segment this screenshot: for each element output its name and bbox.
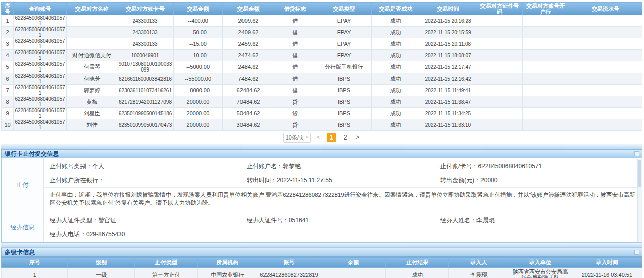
cell-query-account: 6228450068040610571 — [14, 85, 67, 96]
cell-counterparty-bank — [523, 61, 569, 73]
column-header: 交易对方账卡号 — [117, 3, 174, 15]
table-row[interactable]: 6 6228450068040610571 何晓芳 62166116000038… — [2, 73, 642, 85]
cell-transaction-type: 分行版手机银行 — [316, 61, 372, 73]
collapse-icon[interactable] — [634, 250, 639, 255]
field-label: 经办人证件号： — [247, 217, 289, 224]
field-officer-name: 经办人姓名：李晨琨 — [440, 216, 637, 225]
cell-debit-credit-flag: 借 — [274, 38, 316, 50]
cell-query-account: 6228450068040610571 — [14, 27, 67, 38]
prev-page-button[interactable]: < — [316, 134, 321, 141]
table-row[interactable]: 8 6228450068040610571 黄梅 621728194200112… — [2, 96, 642, 108]
cell-counterparty-cert-no — [476, 85, 523, 96]
cell-transaction-type: IBPS — [316, 85, 372, 96]
page-size-select[interactable]: 10条/页 ˅ — [283, 133, 311, 143]
cell-debit-credit-flag: 贷 — [274, 108, 316, 119]
cell-transaction-type: IBPS — [316, 119, 372, 131]
transaction-table: 序号查询账号交易对方名称交易对方账卡号交易金额交易余额借贷标志交易类型交易是否成… — [1, 2, 642, 131]
cell-counterparty-bank — [523, 38, 569, 50]
field-account-type: 止付账号类别：个人 — [50, 162, 247, 171]
side-label-officer: 经办信息 — [2, 212, 44, 242]
cell-operator: 李晨琨 — [449, 268, 509, 278]
cell-balance: 30484.62 — [223, 119, 274, 131]
column-header: 查询账号 — [14, 3, 67, 15]
section-header-stop-payment: 银行卡止付提交信息 — [1, 149, 642, 158]
column-header: 序号 — [2, 257, 68, 268]
column-header: 交易对方账号开户行 — [523, 3, 569, 15]
column-header: 录入单位 — [509, 257, 572, 268]
column-header: 交易金额 — [174, 3, 223, 15]
stop-payment-group: 止付 止付账号类别：个人 止付账户名：郭梦艳 止付账/卡号：6228450068… — [2, 158, 642, 212]
cell-counterparty-name — [67, 27, 117, 38]
table-row[interactable]: 7 6228450068040610571 郭梦婷 62303611010734… — [2, 85, 642, 96]
cell-counterparty-bank — [523, 15, 569, 27]
cell-counterparty-name: 黄梅 — [67, 96, 117, 108]
cell-counterparty-cert-no — [476, 108, 523, 119]
cell-transaction-type: IBPS — [316, 73, 372, 85]
cell-balance: 70484.62 — [223, 96, 274, 108]
table-row[interactable]: 2 6228450068040610571 243300133 --50.00 … — [2, 27, 642, 38]
cell-success: 成功 — [372, 96, 420, 108]
cell-balance — [320, 268, 386, 278]
cell-unit: 陕西省西安市公安局高新分局刑警大队 — [509, 268, 572, 278]
field-officer-phone: 经办人电话：029-86755430 — [50, 230, 247, 239]
cell-counterparty-bank — [523, 119, 569, 131]
cell-query-account: 6228450068040610571 — [14, 73, 67, 85]
stop-payment-panel: 银行卡止付提交信息 止付 止付账号类别：个人 止付账户名：郭梦艳 止付账/卡号：… — [1, 149, 642, 243]
cell-debit-credit-flag: 借 — [274, 73, 316, 85]
scrollbar[interactable] — [637, 159, 642, 242]
cell-serial-no — [569, 73, 642, 85]
cell-seq: 2 — [2, 27, 14, 38]
cell-transaction-time: 2022-11-15 11:34:25 — [420, 108, 476, 119]
page-button-1[interactable]: 1 — [327, 133, 336, 142]
table-row[interactable]: 1 一级 第三方止付 中国农业银行 6228412860827322819 成功… — [2, 268, 642, 278]
cell-serial-no — [569, 50, 642, 61]
cell-debit-credit-flag: 借 — [274, 85, 316, 96]
field-value: 6228450068040610571 — [478, 163, 542, 170]
cell-query-account: 6228450068040610571 — [14, 61, 67, 73]
column-header: 交易对方证件号码 — [476, 3, 523, 15]
column-header: 交易余额 — [223, 3, 274, 15]
cell-success: 成功 — [372, 50, 420, 61]
field-value: 个人 — [92, 163, 104, 170]
cell-balance: 50484.62 — [223, 108, 274, 119]
collapse-icon[interactable] — [634, 151, 639, 156]
table-row[interactable]: 9 6228450068040610571 刘星臣 62350109905001… — [2, 108, 642, 119]
table-row[interactable]: 5 6228450068040610571 何雪琴 90107130801001… — [2, 61, 642, 73]
cell-transaction-time: 2022-11-15 11:38:47 — [420, 96, 476, 108]
field-value: 警官证 — [98, 217, 116, 224]
cell-counterparty-bank — [523, 27, 569, 38]
cell-transaction-time: 2022-11-15 18:08:07 — [420, 50, 476, 61]
cell-query-account: 6228450068040610571 — [14, 119, 67, 131]
cell-amount: --50.00 — [174, 27, 223, 38]
multi-card-table: 序号级别止付类型所属机构账号余额止付结果录入人录入单位录入时间 1 一级 第三方… — [1, 257, 642, 278]
cell-query-account: 6228450068040610571 — [14, 96, 67, 108]
cell-amount: 20000.00 — [174, 96, 223, 108]
table-row[interactable]: 10 6228450068040610571 刘佳 62350109905001… — [2, 119, 642, 131]
section-header-multi-card: 多级卡信息 — [1, 248, 642, 257]
cell-serial-no — [569, 38, 642, 50]
cell-debit-credit-flag: 借 — [274, 27, 316, 38]
multi-card-panel: 多级卡信息 序号级别止付类型所属机构账号余额止付结果录入人录入单位录入时间 1 … — [1, 248, 642, 278]
cell-amount: --15.00 — [174, 38, 223, 50]
cell-balance: 7484.62 — [223, 73, 274, 85]
scrollbar-thumb[interactable] — [638, 160, 641, 187]
column-header: 余额 — [320, 257, 386, 268]
page: 序号查询账号交易对方名称交易对方账卡号交易金额交易余额借贷标志交易类型交易是否成… — [0, 0, 644, 278]
field-transfer-amount: 转出金额(元)：20000 — [440, 176, 637, 185]
cell-counterparty-card: 243300133 — [117, 27, 174, 38]
table-row[interactable]: 4 6228450068040610571 财付通微信支付 1000049901… — [2, 50, 642, 61]
field-value: 029-86755430 — [86, 231, 125, 238]
cell-seq: 9 — [2, 108, 14, 119]
cell-transaction-type: EPAY — [316, 38, 372, 50]
next-page-button[interactable]: > — [355, 134, 360, 141]
field-label: 止付账/卡号： — [440, 163, 478, 170]
table-row[interactable]: 1 6228450068040610571 243300133 --400.00… — [2, 15, 642, 27]
table-row[interactable]: 3 6228450068040610571 243300133 --15.00 … — [2, 38, 642, 50]
column-header: 所属机构 — [197, 257, 258, 268]
cell-balance: 2474.62 — [223, 50, 274, 61]
fields-row: 经办人电话：029-86755430 — [44, 227, 642, 241]
field-value: 郭梦艳 — [283, 163, 301, 170]
page-button-2[interactable]: 2 — [341, 133, 350, 142]
cell-counterparty-card: 6216611600003842816 — [117, 73, 174, 85]
column-header: 录入时间 — [572, 257, 642, 268]
